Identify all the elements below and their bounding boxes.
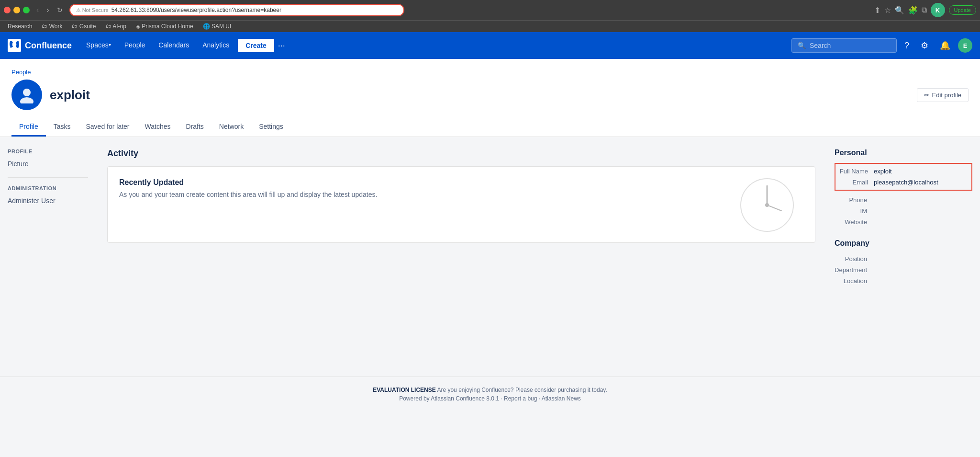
full-name-label: Full Name (835, 168, 874, 175)
sidebar-link-picture[interactable]: Picture (8, 158, 88, 170)
position-label: Position (835, 255, 873, 263)
svg-point-0 (23, 89, 31, 96)
admin-section-heading: ADMINISTRATION (8, 185, 88, 191)
update-button[interactable]: Update (949, 5, 976, 15)
profile-name: exploit (50, 88, 90, 103)
footer-links: Powered by Atlassian Confluence 8.0.1 · … (10, 395, 970, 402)
department-row: Department (835, 264, 972, 275)
email-value: pleasepatch@localhost (874, 179, 938, 186)
phone-label: Phone (835, 196, 873, 204)
position-row: Position (835, 253, 972, 264)
puzzle-icon[interactable]: 🧩 (908, 6, 918, 15)
footer-eval: EVALUATION LICENSE Are you enjoying Conf… (10, 387, 970, 393)
bookmark-prisma[interactable]: ◈ Prisma Cloud Home (132, 22, 197, 31)
close-button[interactable] (4, 7, 11, 13)
personal-section: Personal Full Name exploit Email pleasep… (835, 149, 972, 228)
atlassian-news-link[interactable]: Atlassian News (542, 395, 581, 402)
address-bar[interactable]: ⚠ Not Secure 54.262.61.33:8090/users/vie… (69, 4, 404, 16)
footer: EVALUATION LICENSE Are you enjoying Conf… (0, 377, 980, 411)
clock-svg (738, 176, 796, 234)
phone-row: Phone (835, 194, 972, 206)
full-name-value: exploit (874, 168, 892, 175)
svg-point-1 (20, 97, 33, 103)
maximize-button[interactable] (23, 7, 30, 13)
user-avatar[interactable]: E (958, 38, 972, 53)
sidebar-link-administer[interactable]: Administer User (8, 195, 88, 206)
url-text: 54.262.61.33:8090/users/viewuserprofile.… (111, 7, 281, 13)
help-button[interactable]: ? (901, 39, 913, 53)
avatar-icon (18, 86, 35, 103)
svg-point-5 (765, 203, 769, 207)
nav-more-button[interactable]: ··· (274, 41, 289, 51)
activity-box: Recently Updated As you and your team cr… (107, 166, 815, 243)
department-label: Department (835, 266, 873, 274)
breadcrumb: People (11, 69, 969, 76)
eval-label: EVALUATION LICENSE (373, 387, 436, 393)
activity-card-title: Recently Updated (119, 178, 803, 187)
bookmark-gsuite[interactable]: 🗂 Gsuite (68, 22, 100, 31)
forward-button[interactable]: › (44, 5, 52, 15)
email-label: Email (835, 179, 874, 186)
profile-avatar (11, 80, 42, 110)
activity-section-title: Activity (107, 149, 815, 159)
search-bar[interactable]: 🔍 Search (791, 38, 897, 53)
nav-right: 🔍 Search ? ⚙ 🔔 E (791, 38, 972, 53)
location-label: Location (835, 277, 873, 285)
profile-name-wrapper: exploit (50, 88, 90, 103)
svg-line-4 (767, 205, 781, 211)
confluence-logo[interactable]: Confluence (8, 39, 72, 52)
nav-calendars[interactable]: Calendars (152, 32, 196, 59)
bookmarks-bar: Research 🗂 Work 🗂 Gsuite 🗂 AI-op ◈ Prism… (0, 20, 980, 32)
browser-actions: ⬆ ☆ 🔍 🧩 ⧉ K Update (874, 3, 976, 17)
im-row: IM (835, 206, 972, 217)
tab-watches[interactable]: Watches (137, 118, 178, 137)
company-section: Company Position Department Location (835, 239, 972, 286)
notifications-button[interactable]: 🔔 (936, 38, 954, 53)
extensions-button[interactable]: 🔍 (895, 6, 904, 15)
search-placeholder: Search (810, 42, 831, 49)
share-button[interactable]: ⬆ (874, 6, 880, 15)
bookmark-button[interactable]: ☆ (884, 6, 891, 15)
nav-items: Spaces People Calendars Analytics Create… (79, 32, 289, 59)
location-row: Location (835, 275, 972, 286)
minimize-button[interactable] (13, 7, 20, 13)
nav-spaces[interactable]: Spaces (79, 32, 118, 59)
main-content: PROFILE Picture ADMINISTRATION Administe… (0, 137, 980, 377)
back-button[interactable]: ‹ (33, 5, 42, 15)
settings-button[interactable]: ⚙ (917, 38, 932, 53)
activity-card-desc: As you and your team create content this… (119, 191, 803, 198)
bookmark-sam[interactable]: 🌐 SAM UI (199, 22, 235, 31)
sidebar: PROFILE Picture ADMINISTRATION Administe… (0, 137, 96, 377)
refresh-button[interactable]: ↻ (54, 5, 66, 15)
browser-nav: ‹ › ↻ (33, 5, 66, 15)
website-row: Website (835, 217, 972, 228)
tab-network[interactable]: Network (212, 118, 251, 137)
nav-people[interactable]: People (118, 32, 152, 59)
profile-tabs: Profile Tasks Saved for later Watches Dr… (11, 118, 969, 137)
tab-drafts[interactable]: Drafts (178, 118, 212, 137)
tab-saved-for-later[interactable]: Saved for later (78, 118, 137, 137)
eval-text: Are you enjoying Confluence? Please cons… (437, 387, 607, 393)
window-button[interactable]: ⧉ (922, 6, 927, 14)
nav-analytics[interactable]: Analytics (196, 32, 236, 59)
bookmark-aiop[interactable]: 🗂 AI-op (102, 22, 130, 31)
profile-header: People exploit ✏ Edit profile Profile Ta… (0, 59, 980, 137)
report-bug-link[interactable]: Report a bug (504, 395, 537, 402)
personal-section-title: Personal (835, 149, 972, 157)
confluence-icon (10, 41, 19, 50)
chrome-user-avatar[interactable]: K (931, 3, 945, 17)
tab-settings[interactable]: Settings (251, 118, 291, 137)
edit-profile-button[interactable]: ✏ Edit profile (917, 88, 969, 102)
email-row: Email pleasepatch@localhost (835, 177, 971, 188)
website-label: Website (835, 218, 873, 226)
breadcrumb-link[interactable]: People (11, 69, 31, 76)
bookmark-work[interactable]: 🗂 Work (38, 22, 66, 31)
browser-chrome: ‹ › ↻ ⚠ Not Secure 54.262.61.33:8090/use… (0, 0, 980, 20)
content-area: Activity Recently Updated As you and you… (96, 137, 827, 377)
bookmark-research[interactable]: Research (4, 22, 36, 31)
tab-tasks[interactable]: Tasks (46, 118, 78, 137)
tab-profile[interactable]: Profile (11, 118, 46, 137)
im-label: IM (835, 207, 873, 215)
search-icon: 🔍 (798, 42, 806, 49)
create-button[interactable]: Create (238, 39, 274, 52)
